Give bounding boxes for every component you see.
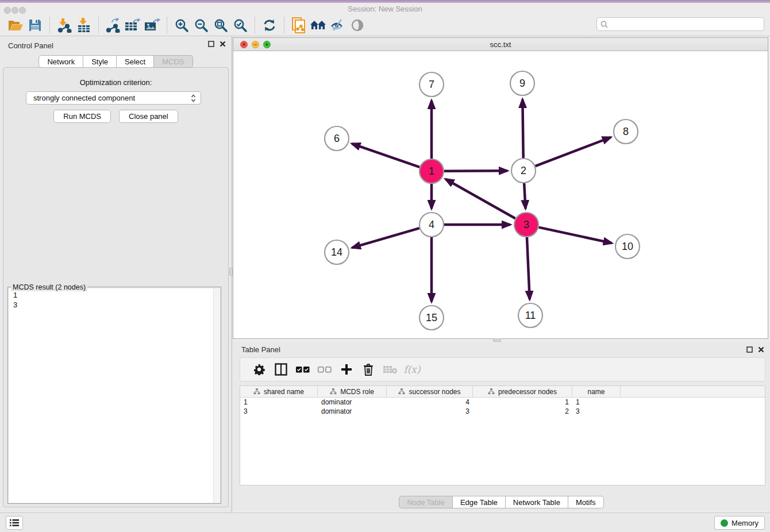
memory-label: Memory	[732, 519, 759, 527]
add-icon[interactable]	[336, 361, 357, 378]
tab-style[interactable]: Style	[83, 55, 117, 68]
node-table: shared name MCDS role successor nodes pr…	[240, 385, 765, 485]
node-label: 2	[521, 165, 526, 176]
hide-graphics-details-icon[interactable]	[328, 17, 348, 34]
graph-node-2[interactable]: 2	[511, 159, 536, 183]
split-columns-icon[interactable]	[270, 361, 292, 378]
edge-3-1[interactable]	[445, 179, 515, 218]
column-header-name[interactable]: name	[572, 386, 621, 397]
zoom-selected-icon[interactable]	[230, 17, 250, 34]
column-label: name	[587, 388, 605, 396]
edge-1-2[interactable]	[444, 171, 507, 171]
function-fx-icon[interactable]: f(x)	[401, 361, 423, 378]
mcds-panel: Optimization criterion: strongly connect…	[3, 67, 229, 507]
toolbar-separator	[255, 17, 255, 33]
graph-node-3[interactable]: 3	[514, 213, 538, 237]
search-field[interactable]	[596, 17, 764, 31]
graph-node-1[interactable]: 1	[419, 159, 444, 183]
network-document-icon[interactable]	[289, 17, 309, 34]
tab-network-table[interactable]: Network Table	[506, 496, 568, 508]
run-mcds-button[interactable]: Run MCDS	[53, 110, 111, 123]
zoom-out-icon[interactable]	[191, 17, 211, 34]
edge-2-9[interactable]	[522, 99, 523, 158]
cell-shared-name[interactable]: 1	[240, 398, 318, 406]
cell-mcds-role[interactable]: dominator	[318, 398, 387, 406]
graph-node-4[interactable]: 4	[419, 213, 444, 237]
node-label: 10	[622, 241, 633, 252]
tab-network[interactable]: Network	[38, 55, 83, 68]
column-type-icon	[330, 388, 337, 395]
graph-node-6[interactable]: 6	[325, 126, 349, 151]
graph-node-10[interactable]: 10	[615, 234, 640, 259]
home-network-icon[interactable]	[309, 17, 328, 34]
memory-button[interactable]: Memory	[714, 516, 765, 530]
cell-shared-name[interactable]: 3	[240, 407, 318, 415]
tab-node-table[interactable]: Node Table	[399, 496, 453, 508]
import-table-icon[interactable]	[74, 17, 94, 34]
float-panel-icon[interactable]	[208, 41, 214, 47]
close-table-panel-icon[interactable]	[758, 346, 764, 353]
refresh-layout-icon[interactable]	[260, 17, 279, 34]
toolbar-separator	[284, 17, 284, 33]
edge-2-8[interactable]	[536, 137, 611, 166]
edge-3-10[interactable]	[539, 228, 612, 243]
tab-motifs[interactable]: Motifs	[568, 496, 604, 508]
graph-node-11[interactable]: 11	[518, 303, 542, 327]
node-label: 7	[429, 79, 434, 90]
graph-node-8[interactable]: 8	[614, 119, 638, 144]
table-row[interactable]: 3 dominator 3 2 3	[240, 407, 765, 416]
trash-icon[interactable]	[357, 361, 379, 378]
export-image-icon[interactable]	[143, 17, 162, 34]
gear-icon[interactable]	[248, 361, 270, 378]
tab-select[interactable]: Select	[117, 55, 154, 68]
close-panel-icon[interactable]	[220, 41, 226, 47]
column-header-mcds-role[interactable]: MCDS role	[318, 386, 387, 397]
edge-4-14[interactable]	[352, 228, 419, 248]
zoom-in-icon[interactable]	[172, 17, 191, 34]
table-panel-title: Table Panel	[241, 345, 280, 354]
graph-node-7[interactable]: 7	[419, 72, 444, 97]
export-network-icon[interactable]	[103, 17, 123, 34]
mcds-result-area[interactable]: 1 3	[9, 288, 220, 503]
control-panel-tabs: Network Style Select MCDS	[0, 55, 232, 68]
float-table-panel-icon[interactable]	[746, 346, 753, 353]
tab-edge-table[interactable]: Edge Table	[453, 496, 506, 508]
network-canvas[interactable]: 7968124314101511	[233, 51, 768, 338]
close-panel-button[interactable]: Close panel	[119, 110, 178, 123]
save-icon[interactable]	[25, 17, 45, 34]
cell-name[interactable]: 1	[572, 398, 621, 406]
clear-checkboxes-icon[interactable]	[314, 361, 336, 378]
mcds-result-box: MCDS result (2 nodes) 1 3	[7, 283, 221, 504]
table-row[interactable]: 1 dominator 4 1 1	[240, 398, 765, 407]
edge-2-3[interactable]	[524, 183, 525, 209]
open-folder-icon[interactable]	[6, 17, 25, 34]
node-label: 15	[426, 312, 437, 323]
show-graphics-details-icon[interactable]	[348, 17, 367, 34]
optimization-criterion-select[interactable]: strongly connected component	[26, 91, 201, 105]
zoom-fit-icon[interactable]	[211, 17, 230, 34]
search-input[interactable]	[611, 20, 760, 28]
graph-node-9[interactable]: 9	[510, 71, 534, 95]
delete-table-icon[interactable]	[379, 361, 401, 378]
edge-3-11[interactable]	[527, 237, 530, 299]
graph-node-15[interactable]: 15	[419, 306, 444, 330]
column-header-shared-name[interactable]: shared name	[240, 386, 318, 397]
tab-mcds[interactable]: MCDS	[154, 55, 192, 68]
graph-node-14[interactable]: 14	[325, 240, 349, 264]
edge-1-6[interactable]	[352, 144, 419, 167]
export-table-icon[interactable]	[123, 17, 143, 34]
column-header-successor-nodes[interactable]: successor nodes	[387, 386, 473, 397]
cell-predecessor-nodes[interactable]: 2	[473, 407, 572, 415]
select-all-checkboxes-icon[interactable]	[292, 361, 314, 378]
column-header-predecessor-nodes[interactable]: predecessor nodes	[473, 386, 572, 397]
cell-predecessor-nodes[interactable]: 1	[473, 398, 572, 406]
import-network-icon[interactable]	[55, 17, 74, 34]
cell-mcds-role[interactable]: dominator	[318, 407, 387, 415]
cell-successor-nodes[interactable]: 3	[387, 407, 473, 415]
result-scrollbar[interactable]	[213, 288, 220, 503]
cell-name[interactable]: 3	[572, 407, 621, 415]
show-panels-button[interactable]	[6, 516, 23, 530]
cell-successor-nodes[interactable]: 4	[387, 398, 473, 406]
toolbar-separator	[98, 17, 99, 33]
vertical-splitter-grip[interactable]	[229, 268, 233, 276]
